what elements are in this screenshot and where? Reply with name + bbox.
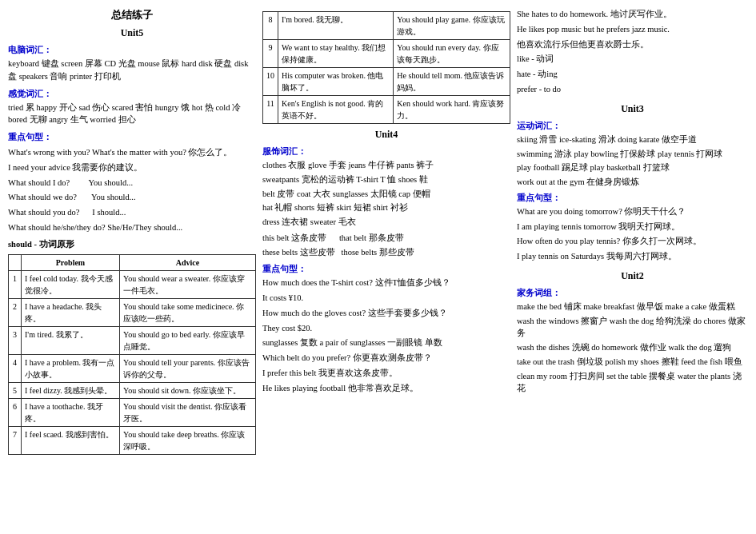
page-container: 总结练子 Unit5 电脑词汇： keyboard 键盘 screen 屏幕 C… — [8, 8, 748, 458]
key-points-unit3: 重点句型： — [517, 192, 748, 204]
row-advice: You should play game. 你应该玩游戏。 — [394, 12, 510, 40]
row-problem: I'm tired. 我累了。 — [22, 326, 120, 354]
sports-vocab-title: 运动词汇： — [517, 120, 748, 132]
table-row: 7 I feel scaed. 我感到害怕。 You should take d… — [9, 426, 256, 454]
row-num: 11 — [263, 96, 278, 124]
row-problem: I feel scaed. 我感到害怕。 — [22, 426, 120, 454]
table-row: 2 I have a headache. 我头疼。 You should tak… — [9, 298, 256, 326]
key-sentence: I play tennis on Saturdays 我每周六打网球。 — [517, 250, 748, 264]
middle-column: 8 I'm bored. 我无聊。 You should play game. … — [262, 8, 510, 458]
key-sentence: How often do you play tennis? 你多久打一次网球。 — [517, 235, 748, 249]
this-that-section: this belt 这条皮带 that belt 那条皮带 these belt… — [262, 232, 510, 259]
sentence-line: She hates to do homework. 地讨厌写作业。 — [517, 8, 748, 22]
vocab-line: sweatpants 宽松的运动裤 T-shirt T 恤 shoes 鞋 — [262, 173, 510, 186]
unit2-title: Unit2 — [517, 270, 748, 282]
row-advice: You should take deep breaths. 你应该深呼吸。 — [119, 426, 255, 454]
row-advice: He should tell mom. 他应该告诉妈妈。 — [394, 68, 510, 96]
key-sentence-1: What's wrong with you? What's the matter… — [8, 146, 256, 160]
vocab-line: wash the windows 擦窗户 wash the dog 给狗洗澡 d… — [517, 315, 748, 341]
key-sentence-5: What should you do? I should... — [8, 206, 256, 220]
row-problem: His computer was broken. 他电脑坏了。 — [278, 68, 394, 96]
key-sentence: He likes playing football 他非常喜欢足球。 — [262, 382, 510, 396]
vocab-line: take out the trash 倒垃圾 polish my shoes 擦… — [517, 356, 748, 369]
table-row: 10 His computer was broken. 他电脑坏了。 He sh… — [263, 68, 510, 96]
vocab-line: belt 皮带 coat 大衣 sunglasses 太阳镜 cap 便帽 — [262, 188, 510, 201]
unit5-right-sentences: She hates to do homework. 地讨厌写作业。He like… — [517, 8, 748, 97]
housework-title: 家务词组： — [517, 287, 748, 299]
clothing-vocab: clothes 衣服 glove 手套 jeans 牛仔裤 pants 裤子sw… — [262, 159, 510, 229]
row-problem: We want to stay healthy. 我们想保持健康。 — [278, 40, 394, 68]
vocab-line: skiing 滑雪 ice-skating 滑冰 doing karate 做空… — [517, 134, 748, 146]
key-sentence: They cost $20. — [262, 322, 510, 336]
qs-4b: You should... — [91, 193, 136, 201]
table-row: 1 I feel cold today. 我今天感觉很冷。 You should… — [9, 270, 256, 298]
row-advice: You should take some medicinece. 你应该吃一些药… — [119, 298, 255, 326]
table-row: 8 I'm bored. 我无聊。 You should play game. … — [263, 12, 510, 40]
this-that-1: this belt 这条皮带 that belt 那条皮带 — [262, 232, 510, 245]
col-problem: Problem — [22, 254, 120, 270]
key-sentence: sunglasses 复数 a pair of sunglasses 一副眼镜 … — [262, 337, 510, 350]
unit3-title: Unit3 — [517, 103, 748, 115]
left-column: 总结练子 Unit5 电脑词汇： keyboard 键盘 screen 屏幕 C… — [8, 8, 256, 458]
qs-3b: You should... — [89, 178, 134, 187]
row-problem: I feel dizzy. 我感到头晕。 — [22, 382, 120, 398]
table-row: 11 Ken's English is not good. 肯的英语不好。 Ke… — [263, 96, 510, 124]
row-num: 2 — [9, 298, 22, 326]
sentence-line: 他喜欢流行乐但他更喜欢爵士乐。 — [517, 38, 748, 52]
key-sentence: I am playing tennis tomorrow 我明天打网球。 — [517, 221, 748, 234]
qs-5b: I should... — [92, 208, 126, 217]
table-row: 6 I have a toothache. 我牙疼。 You should vi… — [9, 398, 256, 426]
row-num: 4 — [9, 354, 22, 382]
vocab-line: dress 连衣裙 sweater 毛衣 — [262, 216, 510, 229]
unit3-key-sentences: What are you doing tomorrow? 你明天干什么？I am… — [517, 205, 748, 264]
table-row: 4 I have a problem. 我有一点小故事。 You should … — [9, 354, 256, 382]
sentence-line: hate - 动ing — [517, 68, 748, 82]
table-row: 5 I feel dizzy. 我感到头晕。 You should sit do… — [9, 382, 256, 398]
row-problem: I have a toothache. 我牙疼。 — [22, 398, 120, 426]
row-advice: You should visit the dentist. 你应该看牙医。 — [119, 398, 255, 426]
table-row: 3 I'm tired. 我累了。 You should go to bed e… — [9, 326, 256, 354]
key-points-title-left: 重点句型： — [8, 131, 256, 143]
key-sentence: What are you doing tomorrow? 你明天干什么？ — [517, 205, 748, 219]
unit4-key-sentences: How much does the T-shirt cost? 这件T恤值多少钱… — [262, 277, 510, 395]
row-num: 6 — [9, 398, 22, 426]
col-num — [9, 254, 22, 270]
vocab-line: play football 踢足球 play basketball 打篮球 — [517, 161, 748, 174]
qs-5a: What should you do? — [8, 208, 90, 217]
this-that-2: these belts 这些皮带 those belts 那些皮带 — [262, 246, 510, 259]
row-advice: You should go to bed early. 你应该早点睡觉。 — [119, 326, 255, 354]
advice-table: Problem Advice 1 I feel cold today. 我今天感… — [8, 254, 256, 455]
key-sentences-left: What's wrong with you? What's the matter… — [8, 146, 256, 235]
key-sentence-6: What should he/she/they do? She/He/They … — [8, 221, 256, 235]
clothing-vocab-title: 服饰词汇： — [262, 145, 510, 157]
feeling-vocab-content: tried 累 happy 开心 sad 伤心 scared 害怕 hungry… — [8, 102, 256, 127]
qs-4a: What should we do? — [8, 193, 90, 201]
key-sentence: How much do the gloves cost? 这些手套要多少钱？ — [262, 307, 510, 321]
row-num: 9 — [263, 40, 278, 68]
computer-vocab-label: 电脑词汇： — [8, 45, 52, 54]
qs-3a: What should I do? — [8, 178, 86, 187]
vocab-line: hat 礼帽 shorts 短裤 skirt 短裙 shirt 衬衫 — [262, 201, 510, 214]
row-problem: I have a headache. 我头疼。 — [22, 298, 120, 326]
vocab-line: clothes 衣服 glove 手套 jeans 牛仔裤 pants 裤子 — [262, 159, 510, 172]
table-row: 9 We want to stay healthy. 我们想保持健康。 You … — [263, 40, 510, 68]
vocab-line: work out at the gym 在健身房锻炼 — [517, 176, 748, 189]
key-sentence-2: I need your advice 我需要你的建议。 — [8, 161, 256, 175]
housework-vocab: make the bed 铺床 make breakfast 做早饭 make … — [517, 301, 748, 395]
vocab-line: wash the dishes 洗碗 do homework 做作业 walk … — [517, 341, 748, 354]
row-advice: You should run every day. 你应该每天跑步。 — [394, 40, 510, 68]
row-advice: You should wear a sweater. 你应该穿一件毛衣。 — [119, 270, 255, 298]
unit5-title: Unit5 — [8, 27, 256, 39]
computer-vocab-title: 电脑词汇： — [8, 44, 256, 56]
key-sentence: Which belt do you prefer? 你更喜欢测条皮带？ — [262, 352, 510, 365]
advice-table-continued: 8 I'm bored. 我无聊。 You should play game. … — [262, 11, 510, 124]
feeling-vocab-label: 感觉词汇： — [8, 89, 52, 98]
key-sentence-3: What should I do? You should... — [8, 177, 256, 190]
row-problem: I'm bored. 我无聊。 — [278, 12, 394, 40]
key-sentence: How much does the T-shirt cost? 这件T恤值多少钱… — [262, 277, 510, 290]
row-num: 3 — [9, 326, 22, 354]
should-note: should - 功词原形 — [8, 238, 256, 251]
page-title: 总结练子 — [8, 8, 256, 22]
sentence-line: like - 动词 — [517, 53, 748, 66]
sentence-line: prefer - to do — [517, 83, 748, 97]
